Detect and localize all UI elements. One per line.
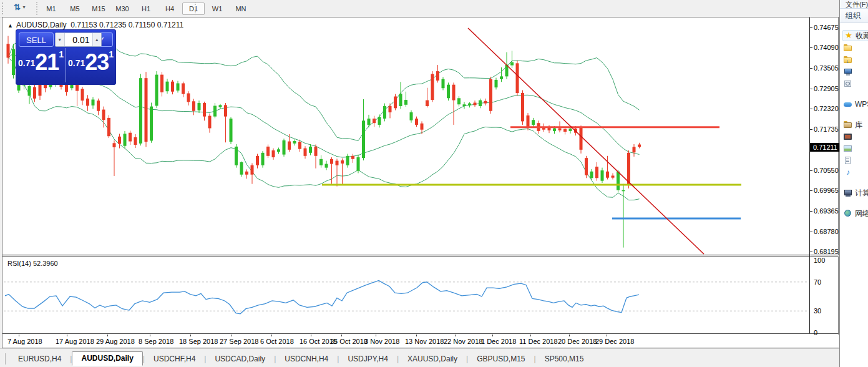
symbols-icon[interactable]: ⇅ ▾ [14, 2, 32, 14]
pictures-icon [844, 144, 852, 153]
date-tick [492, 335, 493, 336]
chart-tab-AUDUSD-Daily[interactable]: AUDUSD,Daily [72, 351, 142, 366]
date-tick [311, 335, 311, 336]
explorer-item-库[interactable]: 库 [844, 120, 868, 130]
explorer-item[interactable]: ↓ [844, 55, 868, 65]
timeframe-button-W1[interactable]: W1 [206, 2, 228, 15]
candle [404, 92, 407, 107]
timeframe-button-H1[interactable]: H1 [135, 2, 157, 15]
explorer-item-label: 收藏夹 [856, 31, 868, 41]
chart-tab-USDCHF-H4[interactable]: USDCHF,H4 [145, 353, 204, 365]
recent-places-icon [844, 79, 852, 88]
chart-tab-USDJPY-H4[interactable]: USDJPY,H4 [339, 353, 396, 365]
explorer-item[interactable] [844, 79, 868, 89]
sell-price-display[interactable]: 0.71211 [16, 49, 66, 82]
explorer-item[interactable] [844, 43, 868, 53]
sell-price-big: 21 [35, 49, 59, 75]
candle [452, 82, 456, 125]
explorer-item-计算机[interactable]: 计算机 [844, 188, 868, 198]
price-tick [810, 89, 812, 89]
price-axis[interactable]: 0.746750.740900.735050.729050.723200.717… [810, 0, 839, 367]
candle [415, 117, 418, 127]
rsi-axis-label: 100 [814, 257, 825, 264]
candle [500, 67, 503, 82]
date-tick [530, 335, 531, 336]
explorer-item-label: WPS网盘 [855, 99, 868, 110]
price-axis-label: 0.72320 [814, 105, 839, 112]
mt4-terminal: ⇅ ▾ M1M5M15M30H1H4D1W1MN ▲AUDUSD,Daily 0… [0, 0, 868, 367]
timeframe-button-H4[interactable]: H4 [158, 2, 181, 15]
date-axis[interactable]: 7 Aug 201817 Aug 201829 Aug 20188 Sep 20… [2, 335, 839, 348]
timeframe-button-MN[interactable]: MN [230, 2, 252, 15]
explorer-file-menu[interactable]: 文件(F) [840, 0, 868, 9]
explorer-item-网络[interactable]: 网络 [844, 208, 868, 218]
candle [155, 71, 158, 108]
candle [245, 169, 248, 179]
date-axis-label: 17 Aug 2018 [56, 338, 94, 345]
candle [12, 44, 15, 78]
timeframe-toolbar: ⇅ ▾ M1M5M15M30H1H4D1W1MN [0, 0, 839, 17]
toolbar-grip[interactable] [2, 2, 5, 14]
sell-button[interactable]: SELL [19, 32, 54, 47]
descending-trendline[interactable] [468, 28, 704, 254]
explorer-item-WPS网盘[interactable]: WPS网盘 [844, 99, 868, 109]
explorer-item-label: 网络 [855, 208, 868, 219]
date-tick [67, 335, 67, 336]
volume-input[interactable] [65, 33, 92, 46]
chart-tab-GBPUSD-M15[interactable]: GBPUSD,M15 [468, 353, 534, 365]
rsi-axis-label: 30 [814, 307, 821, 315]
candle [357, 155, 360, 174]
candle [606, 156, 609, 180]
explorer-item[interactable] [844, 132, 868, 142]
explorer-organize-button[interactable]: 组织 [840, 9, 868, 23]
candle [368, 115, 371, 127]
timeframe-button-M15[interactable]: M15 [87, 2, 110, 15]
chart-tab-USDCNH-H4[interactable]: USDCNH,H4 [276, 353, 337, 365]
explorer-item-收藏夹[interactable]: ★收藏夹 [842, 30, 868, 41]
network-icon [844, 209, 852, 218]
candle [330, 157, 333, 184]
timeframe-button-M1[interactable]: M1 [40, 2, 62, 15]
explorer-item-label: 计算机 [855, 188, 868, 198]
buy-price-display[interactable]: 0.71231 [66, 49, 115, 82]
price-axis-label: 0.70550 [814, 167, 839, 174]
explorer-item[interactable] [844, 67, 868, 77]
rsi-axis-label: 70 [814, 278, 821, 286]
chart-tab-USDCAD-Daily[interactable]: USDCAD,Daily [206, 353, 274, 365]
date-axis-label: 1 Dec 2018 [481, 338, 516, 345]
candle [213, 103, 217, 118]
date-axis-label: 8 Sep 2018 [139, 338, 173, 345]
date-axis-label: 22 Nov 2018 [444, 338, 482, 345]
candle [203, 102, 206, 120]
chart-tab-EURUSD-H4[interactable]: EURUSD,H4 [9, 353, 70, 365]
volume-increase-button[interactable]: ▲ [92, 33, 102, 46]
toolbar-separator [195, 2, 196, 15]
price-axis-label: 0.72905 [814, 85, 839, 92]
timeframe-button-M30[interactable]: M30 [111, 2, 134, 15]
timeframe-button-M5[interactable]: M5 [64, 2, 86, 15]
volume-decrease-button[interactable]: ▼ [56, 33, 65, 46]
price-tick [810, 170, 812, 171]
price-chart-canvas[interactable] [2, 17, 809, 255]
explorer-item[interactable] [844, 144, 868, 154]
documents-icon [844, 156, 852, 165]
date-axis-label: 20 Dec 2018 [558, 338, 597, 345]
candle [28, 82, 31, 104]
explorer-item[interactable]: ♪ [844, 167, 868, 177]
desktop-icon [844, 67, 852, 76]
chart-tab-XAUUSD-Daily[interactable]: XAUUSD,Daily [399, 353, 466, 365]
collapse-triangle-icon[interactable]: ▲ [7, 22, 13, 29]
explorer-item[interactable] [844, 155, 868, 165]
date-axis-label: 18 Sep 2018 [179, 338, 218, 345]
date-axis-label: 6 Oct 2018 [260, 338, 294, 345]
rsi-canvas[interactable] [2, 257, 809, 333]
folder-download-icon: ↓ [844, 56, 852, 64]
candle [319, 155, 323, 168]
timeframe-button-D1[interactable]: D1 [182, 2, 205, 15]
chart-tab-SP500-M15[interactable]: SP500,M15 [536, 353, 593, 365]
buy-price-sup: 1 [109, 49, 114, 59]
candle [309, 144, 312, 155]
candle [516, 61, 519, 96]
candle [325, 161, 328, 170]
videos-icon [844, 132, 852, 141]
